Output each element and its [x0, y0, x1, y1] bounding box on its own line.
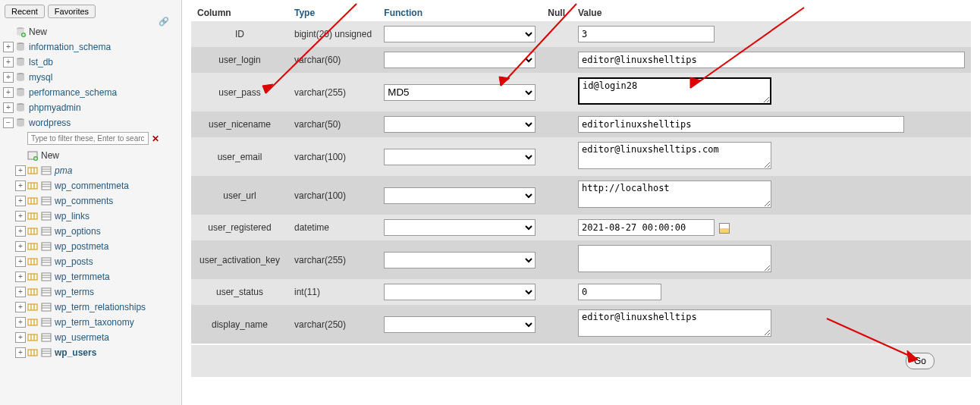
table-link[interactable]: wp_termmeta: [55, 272, 110, 282]
null-cell: [542, 137, 572, 176]
expand-icon[interactable]: +: [15, 317, 26, 328]
table-icon[interactable]: [41, 241, 52, 252]
null-cell: [542, 21, 572, 47]
table-link[interactable]: wp_options: [55, 226, 101, 237]
value-input[interactable]: [578, 219, 715, 236]
table-link[interactable]: wp_commentmeta: [55, 181, 129, 191]
value-input[interactable]: [578, 52, 965, 68]
function-select[interactable]: [384, 116, 536, 133]
expand-icon[interactable]: +: [15, 196, 26, 206]
link-icon[interactable]: 🔗: [159, 17, 169, 27]
tab-favorites[interactable]: Favorites: [48, 5, 96, 18]
columns-icon[interactable]: [27, 287, 38, 297]
table-icon[interactable]: [41, 332, 52, 343]
function-select[interactable]: [384, 52, 536, 68]
db-link[interactable]: phpmyadmin: [29, 102, 81, 113]
expand-icon[interactable]: +: [3, 42, 14, 52]
table-link[interactable]: wp_links: [55, 211, 90, 221]
expand-icon[interactable]: +: [3, 72, 14, 83]
table-link[interactable]: wp_usermeta: [55, 332, 109, 343]
table-link[interactable]: wp_term_relationships: [55, 302, 146, 312]
table-link[interactable]: wp_terms: [55, 287, 94, 297]
function-select[interactable]: [384, 187, 536, 204]
table-icon[interactable]: [41, 347, 52, 358]
expand-icon[interactable]: +: [15, 165, 26, 176]
table-icon[interactable]: [41, 196, 52, 206]
columns-icon[interactable]: [27, 211, 38, 221]
columns-icon[interactable]: [27, 165, 38, 176]
expand-icon[interactable]: +: [15, 211, 26, 221]
function-select[interactable]: [384, 219, 536, 236]
columns-icon[interactable]: [27, 226, 38, 237]
columns-icon[interactable]: [27, 347, 38, 358]
columns-icon[interactable]: [27, 332, 38, 343]
function-select[interactable]: [384, 284, 536, 300]
value-input[interactable]: editor@linuxshelltips: [578, 309, 771, 337]
expand-icon[interactable]: +: [15, 241, 26, 252]
table-icon[interactable]: [41, 165, 52, 176]
db-link[interactable]: mysql: [29, 72, 52, 83]
go-button[interactable]: Go: [906, 353, 934, 369]
header-column: Column: [191, 5, 288, 21]
table-link[interactable]: wp_postmeta: [55, 241, 108, 252]
function-select[interactable]: [384, 316, 536, 333]
expand-icon[interactable]: +: [15, 226, 26, 237]
db-link[interactable]: lst_db: [29, 57, 53, 68]
value-input[interactable]: [578, 116, 904, 133]
columns-icon[interactable]: [27, 256, 38, 267]
new-db-link[interactable]: New: [29, 27, 47, 37]
expand-icon[interactable]: +: [3, 102, 14, 113]
value-input[interactable]: editor@linuxshelltips.com: [578, 142, 771, 169]
table-link[interactable]: wp_comments: [55, 196, 113, 206]
table-link[interactable]: wp_posts: [55, 256, 93, 267]
calendar-icon[interactable]: [719, 223, 730, 234]
db-link[interactable]: information_schema: [29, 42, 111, 52]
database-icon: [15, 102, 26, 113]
table-icon[interactable]: [41, 302, 52, 312]
table-icon[interactable]: [41, 181, 52, 191]
table-icon[interactable]: [41, 272, 52, 282]
null-cell: [542, 176, 572, 215]
columns-icon[interactable]: [27, 181, 38, 191]
columns-icon[interactable]: [27, 196, 38, 206]
new-table-link[interactable]: New: [41, 150, 59, 161]
value-input[interactable]: [578, 245, 771, 272]
function-select[interactable]: [384, 26, 536, 42]
table-icon[interactable]: [41, 226, 52, 237]
expand-icon[interactable]: +: [15, 256, 26, 267]
expand-icon[interactable]: +: [15, 287, 26, 297]
columns-icon[interactable]: [27, 241, 38, 252]
columns-icon[interactable]: [27, 302, 38, 312]
columns-icon[interactable]: [27, 317, 38, 328]
columns-icon[interactable]: [27, 272, 38, 282]
expand-icon[interactable]: +: [15, 181, 26, 191]
table-link[interactable]: pma: [55, 165, 72, 176]
table-icon[interactable]: [41, 317, 52, 328]
value-input[interactable]: [578, 284, 661, 300]
table-icon[interactable]: [41, 287, 52, 297]
value-input[interactable]: http://localhost: [578, 181, 771, 208]
value-input[interactable]: id@login28: [578, 77, 771, 105]
table-icon[interactable]: [41, 211, 52, 221]
clear-filter-icon[interactable]: ✕: [152, 133, 159, 144]
expand-icon[interactable]: +: [15, 272, 26, 282]
function-select[interactable]: [384, 252, 536, 268]
expand-icon[interactable]: +: [15, 302, 26, 312]
expand-icon[interactable]: +: [15, 347, 26, 358]
table-link[interactable]: wp_users: [55, 347, 96, 358]
header-function[interactable]: Function: [384, 8, 422, 18]
table-link[interactable]: wp_term_taxonomy: [55, 317, 134, 328]
db-wordpress[interactable]: wordpress: [29, 118, 71, 128]
value-input[interactable]: [578, 26, 715, 42]
header-type[interactable]: Type: [294, 8, 315, 18]
expand-icon[interactable]: +: [15, 332, 26, 343]
expand-icon[interactable]: +: [3, 87, 14, 98]
filter-input[interactable]: [27, 132, 149, 145]
function-select[interactable]: [384, 149, 536, 165]
expand-icon[interactable]: +: [3, 57, 14, 68]
table-icon[interactable]: [41, 256, 52, 267]
tab-recent[interactable]: Recent: [5, 5, 45, 18]
collapse-icon[interactable]: −: [3, 118, 14, 128]
function-select[interactable]: MD5: [384, 84, 536, 101]
db-link[interactable]: performance_schema: [29, 87, 117, 98]
